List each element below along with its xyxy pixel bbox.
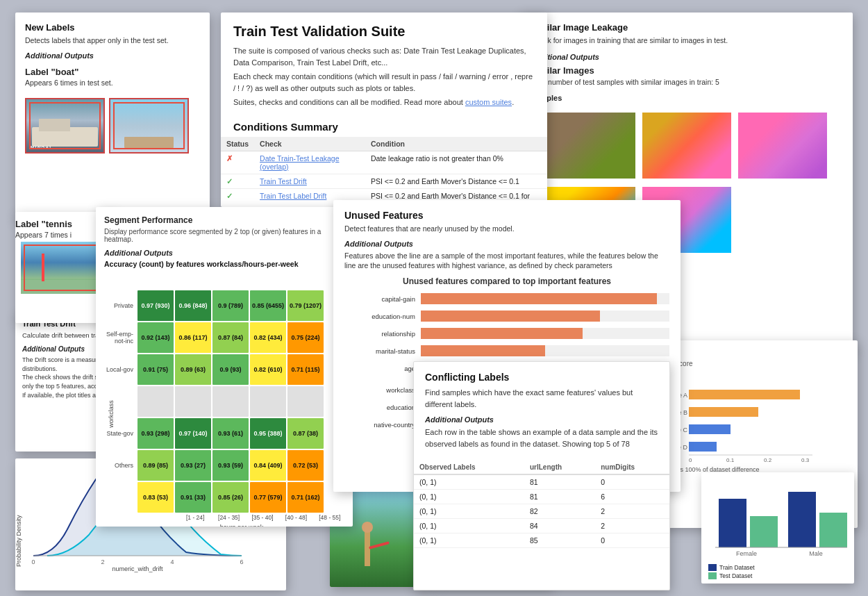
conflict-table: Observed Labels urlLength numDigits (0, …	[414, 461, 669, 548]
bar-row-2: relationship	[344, 326, 669, 340]
table-row: (0, 1) 81 6	[414, 490, 669, 504]
table-row: ✗ Date Train-Test Leakage (overlap) Date…	[221, 151, 547, 174]
x-label-1: [24 - 35]	[212, 514, 244, 521]
svg-rect-5	[689, 407, 758, 417]
conflict-col-digits: numDigits	[595, 461, 669, 474]
conflict-col-labels: Observed Labels	[414, 461, 524, 474]
x-label-4: [48 - 55]	[314, 514, 346, 521]
bar-label-6: education	[344, 404, 421, 411]
kde-y-label: Probability Density	[15, 458, 26, 572]
detection-box	[29, 102, 101, 149]
conflict-col-url: urlLength	[524, 461, 595, 474]
svg-text:6: 6	[240, 558, 243, 565]
cell-0-3: 0.85 (6455)	[250, 290, 286, 321]
boat-images: MJ 815 AJ	[15, 92, 210, 159]
conflict-observed-3: (0, 1)	[414, 504, 524, 519]
conflict-digits-5: 0	[595, 533, 669, 548]
status-fail: ✗	[226, 154, 233, 163]
main-desc3: Suites, checks and conditions can all be…	[233, 97, 535, 108]
similar-desc: Check for images in training that are si…	[531, 35, 842, 46]
svg-text:0: 0	[689, 457, 692, 463]
x-axis-label: hours-per-week	[137, 524, 346, 527]
drift-right-chart: Feature A Feature B Feature C Feature D …	[653, 376, 858, 477]
col-status: Status	[221, 137, 254, 151]
new-labels-title: New Labels	[25, 22, 200, 33]
conflict-url-3: 82	[524, 504, 595, 519]
svg-text:0.3: 0.3	[801, 457, 810, 463]
cell-0-1: 0.96 (848)	[175, 290, 211, 321]
check-link-1[interactable]: Date Train-Test Leakage (overlap)	[260, 154, 339, 171]
cell-2-3: 0.82 (610)	[250, 354, 286, 385]
bar-bg-3	[421, 345, 669, 356]
status-pass-1: ✓	[226, 177, 233, 185]
svg-rect-20	[788, 492, 816, 547]
bar-label-7: native-country	[344, 421, 421, 429]
bar-row-0: capital-gain	[344, 292, 669, 306]
unused-chart-title: Unused features compared to top importan…	[344, 276, 669, 286]
svg-text:Female: Female	[736, 550, 757, 557]
check-link-2[interactable]: Train Test Drift	[260, 177, 307, 185]
table-row: (0, 1) 82 2	[414, 504, 669, 519]
bar-label-1: education-num	[344, 313, 421, 320]
col-condition: Condition	[365, 137, 547, 151]
conflict-url-5: 85	[524, 533, 595, 548]
conditions-table: Status Check Condition ✗ Date Train-Test…	[221, 137, 547, 208]
cell-1-3: 0.82 (434)	[250, 322, 286, 353]
table-row: (0, 1) 84 2	[414, 519, 669, 533]
heatmap-additional: Additional Outputs	[104, 249, 344, 257]
cell-3-0	[137, 386, 174, 417]
table-row: (0, 1) 81 0	[414, 474, 669, 490]
sample-image-3	[738, 113, 827, 179]
svg-rect-18	[719, 499, 746, 547]
bar-label-2: relationship	[344, 330, 421, 338]
legend-train-label: Train Dataset	[719, 564, 755, 571]
conflict-url-1: 81	[524, 474, 595, 490]
bar-label-4: age	[344, 365, 421, 372]
y-label-1: Self-emp-not-inc	[96, 322, 136, 353]
cell-3-4	[287, 386, 324, 417]
main-desc2: Each check may contain conditions (which…	[233, 71, 535, 94]
sample-image-2	[642, 113, 731, 179]
heatmap-desc: Display performance score segmented by 2…	[104, 228, 344, 243]
heatmap-grid-container: workclass Private Self-emp-not-inc Local…	[96, 276, 353, 527]
custom-suites-link[interactable]: custom suites	[465, 98, 512, 106]
conflict-observed-1: (0, 1)	[414, 474, 524, 490]
cell-2-0: 0.91 (75)	[137, 354, 174, 385]
train-image-row: Train	[519, 110, 853, 181]
y-label-5: Others	[96, 450, 136, 481]
boat-label-title: Label "boat"	[25, 67, 200, 77]
conflict-url-4: 84	[524, 519, 595, 533]
cell-4-4: 0.87 (38)	[287, 418, 324, 449]
cell-5-4: 0.72 (53)	[287, 450, 324, 481]
svg-rect-6	[689, 424, 731, 434]
legend-test-label: Test Dataset	[719, 572, 752, 579]
cell-5-1: 0.93 (27)	[175, 450, 211, 481]
svg-text:4: 4	[170, 558, 174, 565]
bar-bg-0	[421, 293, 669, 304]
card-new-labels: New Labels Detects labels that apper onl…	[15, 13, 210, 221]
check-link-3[interactable]: Train Test Label Drift	[260, 192, 326, 200]
bar-row-3: marital-status	[344, 344, 669, 358]
cell-4-1: 0.97 (140)	[175, 418, 211, 449]
drift-score-label: Drift score	[661, 360, 849, 367]
drift-right-total: Total	[661, 347, 849, 357]
y-label-4: State-gov	[96, 418, 136, 449]
conflict-url-2: 81	[524, 490, 595, 504]
bar-bg-2	[421, 328, 669, 339]
bar-fill-0	[421, 293, 657, 304]
x-label-0: [1 - 24]	[179, 514, 211, 521]
cell-1-4: 0.75 (224)	[287, 322, 324, 353]
heatmap-chart-title: Accuracy (count) by features workclass/h…	[104, 260, 344, 268]
bar-bg-1	[421, 311, 669, 322]
cell-0-0: 0.97 (930)	[137, 290, 174, 321]
conflict-observed-4: (0, 1)	[414, 519, 524, 533]
bar-label-3: marital-status	[344, 347, 421, 355]
heatmap-x-labels: [1 - 24] [24 - 35] [35 - 40] [40 - 48] […	[137, 514, 346, 521]
cell-6-1: 0.91 (33)	[175, 482, 211, 513]
y-label-6	[96, 482, 136, 513]
bar-label-5: workclass	[344, 386, 421, 394]
condition-1: Date leakage ratio is not greater than 0…	[365, 151, 547, 174]
cell-4-2: 0.93 (61)	[212, 418, 249, 449]
card-dataset: Female Male Train Dataset Test Dataset	[701, 472, 854, 583]
x-label-3: [40 - 48]	[280, 514, 312, 521]
